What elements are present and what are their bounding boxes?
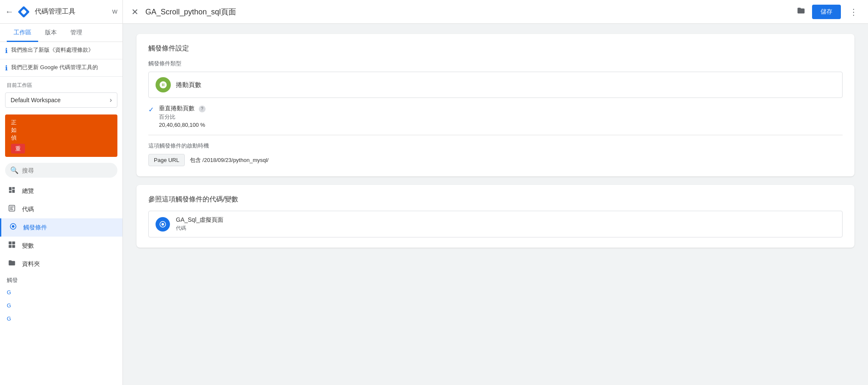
promo-banner: 正 如 偵 重 (5, 114, 117, 157)
svg-rect-4 (10, 208, 13, 209)
vertical-scroll-detail: 垂直捲動頁數 ? 百分比 20,40,60,80,100 % (159, 105, 206, 128)
trigger-type-label: 觸發條件類型 (148, 60, 843, 67)
divider (148, 135, 843, 135)
notification-1: ℹ 我們推出了新版《資料處理條款》 (0, 42, 122, 59)
save-button[interactable]: 儲存 (812, 5, 841, 19)
nav-label-overview: 總覽 (22, 187, 34, 195)
references-title: 參照這項觸發條件的代碼/變數 (148, 195, 843, 204)
promo-line1: 正 (11, 119, 111, 126)
percentage-label: 百分比 (159, 113, 206, 121)
folder-button[interactable] (795, 5, 807, 19)
current-workspace-label: 目前工作區 (0, 77, 122, 91)
svg-rect-9 (12, 242, 15, 245)
trigger-type-name: 捲動頁數 (176, 81, 201, 89)
svg-rect-8 (9, 242, 12, 245)
nav-label-trigger: 觸發條件 (23, 224, 47, 232)
trigger-list-item-2[interactable]: G (0, 299, 122, 312)
info-icon-2: ℹ (5, 64, 8, 72)
svg-rect-3 (10, 206, 14, 207)
promo-line3: 偵 (11, 134, 111, 142)
search-input[interactable] (22, 167, 112, 174)
svg-rect-10 (9, 245, 12, 248)
trigger-list-item-3[interactable]: G (0, 312, 122, 325)
variables-icon (7, 241, 17, 251)
code-icon (7, 204, 17, 214)
page-title: GA_Scroll_python_sql頁面 (145, 7, 790, 17)
condition-tag: Page URL (148, 154, 185, 166)
top-bar: ✕ GA_Scroll_python_sql頁面 儲存 ⋮ (123, 0, 868, 24)
svg-rect-5 (10, 209, 14, 210)
svg-point-7 (12, 225, 14, 228)
percentage-value: 20,40,60,80,100 % (159, 122, 206, 128)
content-area: 觸發條件設定 觸發條件類型 捲動頁數 ✓ 垂直捲動頁數 ? (123, 24, 868, 385)
workspace-selector[interactable]: Default Workspace › (5, 92, 117, 108)
sidebar-header: ← 代碼管理工具 W (0, 0, 122, 24)
fire-label: 這項觸發條件的啟動時機 (148, 142, 843, 150)
back-button[interactable]: ← (5, 5, 17, 18)
app-title: 代碼管理工具 (35, 7, 112, 16)
tab-version[interactable]: 版本 (38, 24, 64, 42)
config-section: ✓ 垂直捲動頁數 ? 百分比 20,40,60,80,100 % (148, 105, 843, 128)
trigger-icon (8, 223, 18, 232)
sidebar-tabs: 工作區 版本 管理 (0, 24, 122, 42)
ref-name: GA_Sql_虛擬頁面 (176, 216, 223, 224)
help-icon[interactable]: ? (199, 106, 206, 112)
folder-icon (7, 259, 17, 269)
close-button[interactable]: ✕ (130, 5, 140, 19)
nav-label-variables: 變數 (22, 242, 34, 250)
workspace-abbr: W (112, 8, 117, 15)
promo-line2: 如 (11, 126, 111, 134)
checkmark-icon: ✓ (148, 106, 154, 114)
reference-row[interactable]: GA_Sql_虛擬頁面 代碼 (148, 211, 843, 237)
trigger-list-item-1[interactable]: G (0, 286, 122, 299)
trigger-section-label: 觸發 (0, 273, 122, 286)
notification-text-2: 我們已更新 Google 代碼管理工具的 (11, 64, 98, 71)
references-card: 參照這項觸發條件的代碼/變數 GA_Sql_虛擬頁面 代碼 (136, 185, 854, 248)
search-bar: 🔍 (5, 163, 117, 178)
nav-item-trigger[interactable]: 觸發條件 (0, 218, 122, 237)
tab-manage[interactable]: 管理 (64, 24, 89, 42)
nav-item-folder[interactable]: 資料夾 (0, 255, 122, 273)
search-icon: 🔍 (10, 166, 19, 174)
info-icon-1: ℹ (5, 47, 8, 55)
trigger-type-icon (156, 77, 171, 92)
sidebar: ← 代碼管理工具 W 工作區 版本 管理 ℹ 我們推出了新版《資料處理條款》 ℹ… (0, 0, 123, 385)
notification-2: ℹ 我們已更新 Google 代碼管理工具的 (0, 59, 122, 77)
vertical-scroll-label-row: 垂直捲動頁數 ? (159, 105, 206, 112)
vertical-scroll-label: 垂直捲動頁數 (159, 105, 195, 112)
ref-detail: GA_Sql_虛擬頁面 代碼 (176, 216, 223, 232)
svg-rect-11 (12, 245, 15, 248)
app-logo (17, 5, 31, 19)
promo-button[interactable]: 重 (11, 144, 25, 153)
nav-label-code: 代碼 (22, 206, 34, 213)
condition-value: 包含 /2018/09/23/python_mysql/ (190, 156, 269, 164)
notification-text-1: 我們推出了新版《資料處理條款》 (11, 46, 94, 54)
main-content: ✕ GA_Scroll_python_sql頁面 儲存 ⋮ 觸發條件設定 觸發條… (123, 0, 868, 385)
nav-item-variables[interactable]: 變數 (0, 237, 122, 255)
trigger-type-row[interactable]: 捲動頁數 (148, 72, 843, 98)
svg-point-13 (161, 223, 164, 226)
vertical-scroll-row: ✓ 垂直捲動頁數 ? 百分比 20,40,60,80,100 % (148, 105, 843, 128)
condition-row: Page URL 包含 /2018/09/23/python_mysql/ (148, 154, 843, 166)
nav-item-code[interactable]: 代碼 (0, 200, 122, 218)
nav-label-folder: 資料夾 (22, 260, 40, 268)
chevron-right-icon: › (110, 96, 112, 104)
more-options-button[interactable]: ⋮ (846, 5, 861, 19)
trigger-settings-card: 觸發條件設定 觸發條件類型 捲動頁數 ✓ 垂直捲動頁數 ? (136, 34, 854, 176)
workspace-name: Default Workspace (11, 97, 110, 103)
nav-item-overview[interactable]: 總覽 (0, 182, 122, 200)
tab-workspace[interactable]: 工作區 (7, 24, 38, 42)
overview-icon (7, 186, 17, 196)
trigger-settings-title: 觸發條件設定 (148, 44, 843, 53)
ref-type: 代碼 (176, 225, 223, 232)
ref-icon (156, 217, 170, 232)
